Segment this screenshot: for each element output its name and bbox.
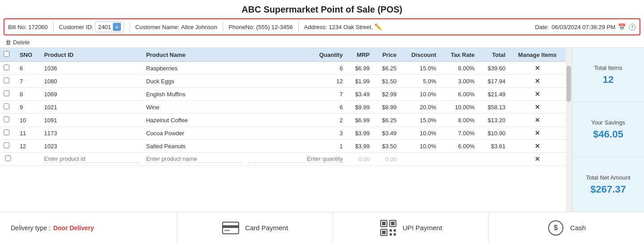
total-items-label: Total Items (594, 64, 623, 71)
table-header-row: SNO Product ID Product Name Quantity MRP… (0, 48, 566, 62)
product-id-input[interactable] (44, 155, 139, 163)
total-items-box: Total Items 12 (572, 48, 644, 103)
net-amount-box: Total Net Amount $267.37 (572, 158, 644, 212)
main-content: SNO Product ID Product Name Quantity MRP… (0, 48, 644, 212)
clock-icon[interactable]: 🕐 (628, 23, 636, 30)
row-product-id: 1036 (41, 62, 143, 75)
cash-section[interactable]: $ Cash (489, 212, 644, 243)
row-product-name: Hazelnut Coffee (142, 114, 245, 127)
row-product-name: English Muffins (142, 88, 245, 101)
row-price: $1.50 (373, 75, 400, 88)
row-sno: 11 (16, 127, 41, 140)
row-product-name: Salted Peanuts (142, 140, 245, 153)
scrollbar-thumb (567, 66, 571, 102)
edit-icon[interactable]: ✏️ (374, 23, 382, 30)
row-checkbox[interactable] (4, 103, 9, 109)
row-sno: 10 (16, 114, 41, 127)
svg-rect-9 (390, 229, 392, 232)
address-value: 1234 Oak Street, (329, 24, 373, 30)
empty-input-row: 0.00 0.00 ✕ (0, 153, 566, 166)
row-product-name: Cocoa Powder (142, 127, 245, 140)
empty-tax-cell (440, 153, 478, 166)
remove-item-button[interactable]: ✕ (535, 64, 540, 72)
empty-quantity-cell (245, 153, 347, 166)
phone-label: PhoneNo: (228, 24, 254, 30)
row-mrp: $1.99 (346, 75, 373, 88)
row-quantity: 6 (245, 101, 347, 114)
savings-value: $46.05 (593, 129, 623, 140)
row-discount: 10.0% (400, 127, 440, 140)
col-quantity: Quantity (245, 48, 347, 62)
row-checkbox[interactable] (4, 129, 9, 135)
delivery-type-label: Delivery type : (11, 224, 51, 232)
row-product-id: 1173 (41, 127, 143, 140)
row-quantity: 2 (245, 114, 347, 127)
remove-item-button[interactable]: ✕ (535, 90, 540, 98)
empty-sno (16, 153, 41, 166)
card-payment-section[interactable]: Card Payment (177, 212, 333, 243)
remove-item-button[interactable]: ✕ (535, 103, 540, 111)
row-quantity: 3 (245, 127, 347, 140)
svg-rect-11 (390, 233, 392, 236)
row-quantity: 12 (245, 75, 347, 88)
customer-name-value: Alice Johnson (181, 24, 217, 30)
quantity-input[interactable] (248, 155, 343, 163)
add-customer-button[interactable]: + (113, 23, 121, 31)
remove-item-button[interactable]: ✕ (535, 77, 540, 85)
delete-button[interactable]: 🗑 Delete (5, 39, 30, 46)
row-tax-rate: 8.00% (440, 62, 478, 75)
select-all-checkbox[interactable] (4, 51, 9, 57)
net-amount-label: Total Net Amount (586, 174, 631, 181)
empty-product-id-cell (41, 153, 143, 166)
table-body: 6 1036 Raspberries 6 $6.99 $6.25 15.0% 8… (0, 62, 566, 166)
row-product-id: 1069 (41, 88, 143, 101)
date-label: Date: (535, 24, 549, 30)
row-checkbox-cell (0, 114, 16, 127)
svg-text:$: $ (554, 224, 558, 232)
table-row: 8 1069 English Muffins 7 $3.49 $2.99 10.… (0, 88, 566, 101)
savings-box: Your Savings $46.05 (572, 103, 644, 157)
row-checkbox[interactable] (4, 116, 9, 122)
row-price: $8.99 (373, 101, 400, 114)
customer-name-label: Customer Name: (135, 24, 179, 30)
col-total: Total (478, 48, 509, 62)
table-row: 12 1023 Salted Peanuts 1 $3.99 $3.50 10.… (0, 140, 566, 153)
empty-discount-cell (400, 153, 440, 166)
phone-field: PhoneNo: (555) 12-3456 (225, 24, 296, 30)
row-tax-rate: 3.00% (440, 75, 478, 88)
row-discount: 15.0% (400, 114, 440, 127)
row-checkbox[interactable] (4, 90, 9, 96)
row-mrp: $3.99 (346, 140, 373, 153)
row-mrp: $6.99 (346, 114, 373, 127)
svg-rect-12 (394, 233, 396, 236)
row-checkbox[interactable] (4, 142, 9, 148)
calendar-icon[interactable]: 📅 (618, 23, 626, 30)
upi-payment-section[interactable]: UPI Payment (333, 212, 489, 243)
remove-item-button[interactable]: ✕ (535, 129, 540, 137)
header-divider-2 (129, 22, 130, 32)
row-mrp: $6.99 (346, 62, 373, 75)
row-checkbox[interactable] (4, 77, 9, 83)
empty-remove-button[interactable]: ✕ (535, 155, 540, 163)
row-checkbox[interactable] (4, 64, 9, 70)
row-tax-rate: 6.00% (440, 88, 478, 101)
row-manage-cell: ✕ (509, 101, 566, 114)
product-name-input[interactable] (146, 155, 241, 163)
row-sno: 12 (16, 140, 41, 153)
upi-payment-label: UPI Payment (403, 224, 442, 232)
row-checkbox-cell (0, 101, 16, 114)
remove-item-button[interactable]: ✕ (535, 116, 540, 124)
svg-rect-8 (382, 231, 386, 234)
empty-checkbox[interactable] (4, 155, 13, 161)
date-value: 06/03/2024 07:38:29 PM (552, 24, 615, 30)
col-mrp: MRP (346, 48, 373, 62)
row-tax-rate: 7.00% (440, 127, 478, 140)
row-discount: 15.0% (400, 62, 440, 75)
remove-item-button[interactable]: ✕ (535, 142, 540, 150)
scrollbar[interactable] (566, 48, 572, 212)
empty-checkbox-cell (0, 153, 16, 166)
row-price: $3.49 (373, 127, 400, 140)
row-mrp: $3.99 (346, 127, 373, 140)
delivery-type-value: Door Delivery (53, 224, 94, 232)
svg-rect-4 (382, 222, 386, 225)
